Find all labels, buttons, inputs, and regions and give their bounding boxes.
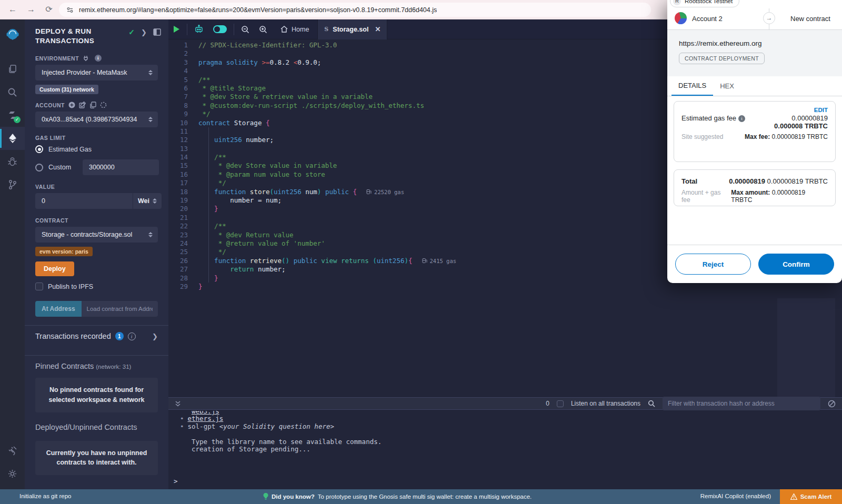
sidebar-item-settings[interactable]: [0, 462, 25, 485]
gas-estimate: 22520 gas: [366, 188, 404, 196]
back-icon[interactable]: ←: [7, 4, 18, 15]
listen-checkbox[interactable]: [557, 400, 564, 407]
remix-logo-icon[interactable]: [0, 23, 25, 50]
compile-success-badge: ✓: [14, 116, 21, 123]
copy-address-icon[interactable]: [89, 102, 96, 108]
network-pill[interactable]: R Rootstock Testnet: [670, 0, 739, 7]
radio-unselected[interactable]: [35, 164, 43, 172]
publish-ipfs-label: Publish to IPFS: [48, 283, 93, 290]
terminal-prompt[interactable]: >: [174, 477, 178, 485]
copilot-toggle[interactable]: [208, 19, 232, 39]
total-label: Total: [681, 177, 697, 185]
info-icon[interactable]: i: [738, 115, 745, 122]
sidebar-item-file-explorer[interactable]: [0, 57, 25, 80]
value-unit-select[interactable]: Wei: [133, 193, 162, 209]
contract-select[interactable]: Storage - contracts/Storage.sol: [35, 227, 158, 243]
terminal-filter-input[interactable]: [663, 397, 820, 410]
collapse-terminal-icon[interactable]: [175, 400, 181, 407]
custom-gas-option[interactable]: Custom: [35, 159, 168, 175]
value-label: VALUE: [35, 184, 55, 190]
zoom-in-icon[interactable]: [254, 19, 272, 39]
scam-alert-label: Scam Alert: [800, 493, 832, 500]
clear-terminal-icon[interactable]: [828, 400, 836, 408]
git-init-status[interactable]: Initialize as git repo: [19, 493, 71, 499]
deploy-button[interactable]: Deploy: [35, 261, 74, 276]
account-avatar: [675, 12, 687, 24]
publish-ipfs-option[interactable]: Publish to IPFS: [35, 283, 168, 290]
network-name: Rootstock Testnet: [685, 0, 733, 4]
reject-button[interactable]: Reject: [675, 254, 751, 275]
chevron-updown-icon: [153, 198, 157, 204]
environment-select[interactable]: Injected Provider - MetaMask: [35, 65, 158, 80]
account-select[interactable]: 0xA03...85ac4 (0.398673504934: [35, 112, 158, 127]
tab-home[interactable]: Home: [272, 19, 317, 39]
unpinned-contracts-title: Deployed/Unpinned Contracts: [35, 423, 161, 431]
plug-icon[interactable]: [83, 55, 89, 62]
gas-fee-value: 0.00000819: [791, 114, 828, 122]
transactions-info-icon[interactable]: i: [128, 332, 136, 340]
forward-icon[interactable]: →: [26, 4, 36, 15]
tip-title: Did you know?: [272, 493, 315, 500]
amount-gas-label: Amount + gas fee: [681, 189, 731, 204]
gas-limit-label: GAS LIMIT: [35, 135, 66, 141]
total-card: Total 0.00000819 0.00000819 TRBTC Amount…: [674, 169, 836, 206]
sidebar-item-solidity-compiler[interactable]: ✓: [0, 104, 25, 127]
ai-copilot-icon[interactable]: [189, 19, 208, 39]
warning-icon: [790, 493, 797, 500]
radio-selected[interactable]: [35, 145, 43, 153]
add-account-icon[interactable]: [68, 102, 75, 108]
home-tab-label: Home: [292, 26, 309, 33]
publish-ipfs-checkbox[interactable]: [35, 283, 43, 290]
metamask-popup: R Rootstock Testnet Account 2 → New cont…: [667, 0, 842, 283]
total-value: 0.00000819 0.00000819 TRBTC: [729, 177, 828, 185]
sidebar-item-plugin-manager[interactable]: [0, 439, 25, 462]
lightbulb-icon: [263, 493, 268, 500]
environment-info-icon[interactable]: i: [95, 55, 102, 62]
account-name: Account 2: [692, 15, 723, 23]
close-tab-icon[interactable]: ✕: [375, 25, 380, 33]
terminal-note: Type the library name to see available c…: [176, 438, 842, 446]
site-settings-icon[interactable]: [66, 6, 74, 14]
pinned-contracts-title: Pinned Contracts (network: 31): [35, 362, 161, 370]
estimated-gas-label: Estimated Gas: [48, 146, 92, 153]
scam-alert-button[interactable]: Scam Alert: [780, 489, 842, 504]
sidebar-item-debugger[interactable]: [0, 150, 25, 173]
value-input[interactable]: [35, 193, 133, 209]
terminal-link-ethers[interactable]: ethers.js: [188, 415, 224, 422]
max-fee: Max fee: 0.00000819 TRBTC: [745, 133, 828, 140]
tab-hex[interactable]: HEX: [713, 76, 741, 96]
edit-gas-link[interactable]: EDIT: [681, 107, 828, 113]
refresh-spinner-icon[interactable]: [100, 102, 107, 108]
popup-footer: Reject Confirm: [667, 245, 842, 283]
sidebar-item-search[interactable]: [0, 80, 25, 104]
tab-storage-sol[interactable]: S Storage.sol ✕: [317, 19, 387, 39]
did-you-know-tip: Did you know? To prototype using the Gno…: [263, 493, 532, 500]
account-row: Account 2 → New contract: [667, 7, 842, 30]
at-address-input[interactable]: [82, 301, 158, 317]
gas-fee-card: EDIT Estimated gas feei 0.00000819 0.000…: [674, 101, 836, 162]
custom-gas-input[interactable]: [83, 159, 159, 175]
panel-pin-icon[interactable]: [153, 28, 161, 36]
reload-icon[interactable]: ⟳: [44, 4, 54, 15]
confirm-button[interactable]: Confirm: [758, 254, 834, 275]
custom-gas-label: Custom: [48, 164, 77, 171]
estimated-gas-option[interactable]: Estimated Gas: [35, 145, 168, 153]
chevron-right-icon[interactable]: ❯: [152, 332, 158, 340]
sidebar-item-git[interactable]: [0, 173, 25, 196]
copilot-status[interactable]: RemixAI Copilot (enabled): [700, 493, 771, 499]
evm-version-badge: evm version: paris: [35, 247, 93, 256]
panel-collapse-icon[interactable]: ❯: [141, 28, 147, 36]
run-script-button[interactable]: [168, 19, 185, 39]
sidebar-item-deploy-run[interactable]: [0, 127, 25, 150]
at-address-button[interactable]: At Address: [35, 301, 82, 317]
site-suggested-label: Site suggested: [681, 133, 723, 140]
address-bar[interactable]: remix.ethereum.org/#lang=en&optimize=fal…: [59, 3, 651, 17]
tab-details[interactable]: DETAILS: [671, 76, 713, 96]
zoom-out-icon[interactable]: [236, 19, 254, 39]
terminal-output[interactable]: web3.js •ethers.js •sol-gpt <your Solidi…: [168, 410, 842, 489]
terminal-link-clipped[interactable]: web3.js: [176, 411, 842, 415]
network-badge: Custom (31) network: [35, 85, 98, 94]
panel-title: DEPLOY & RUN TRANSACTIONS: [35, 27, 114, 45]
editor-scroll-region[interactable]: [777, 298, 835, 397]
edit-account-icon[interactable]: [79, 102, 86, 108]
